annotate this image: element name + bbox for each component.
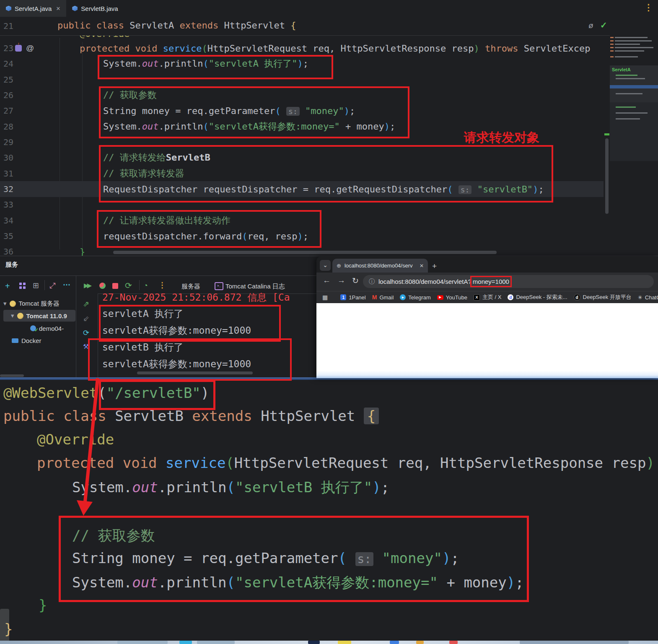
code-line[interactable]: public class ServletB extends HttpServle… [3, 408, 379, 424]
editor-row-current[interactable]: 32 RequestDispatcher requestDispatcher =… [0, 181, 604, 197]
chevron-down-icon[interactable]: ▾ [3, 300, 7, 307]
code-line[interactable]: String money = req.getParameter( s: "mon… [72, 550, 459, 566]
tree-item-docker[interactable]: Docker [12, 335, 41, 346]
editor-row[interactable]: 30 // 请求转发给ServletB [0, 150, 604, 166]
bookmark-gmail[interactable]: MGmail [372, 294, 394, 301]
code-line[interactable]: // 请求转发给ServletB [57, 151, 210, 164]
code-line[interactable]: // 获取参数 [72, 526, 155, 545]
code-line[interactable]: System.out.println("servletA 执行了"); [57, 57, 308, 70]
editor-vertical-scrollbar[interactable] [605, 138, 609, 214]
undeploy-icon[interactable]: ⇙ [83, 315, 89, 322]
apps-grid-icon[interactable]: ▦ [322, 294, 328, 301]
stop-server-button[interactable] [112, 283, 118, 289]
editor-row[interactable]: 27 String money = req.getParameter( s: "… [0, 103, 604, 119]
editor-row[interactable]: 35 requestDispatcher.forward(req, resp); [0, 228, 604, 244]
view-mode-grid-icon[interactable] [19, 283, 22, 285]
editor-row[interactable]: 26 // 获取参数 [0, 87, 604, 103]
code-line[interactable]: protected void service(HttpServletReques… [37, 454, 655, 471]
code-line[interactable]: @WebServlet("/servletB") [3, 384, 209, 401]
editor-tab-bar: ServletA.java ✕ ServletB.java [0, 0, 658, 17]
terminal-icon: >_ [215, 282, 223, 290]
code-line[interactable]: String money = req.getParameter( s: "mon… [57, 106, 355, 116]
minimap[interactable]: ServletA [610, 34, 658, 250]
gmail-icon: M [372, 294, 377, 301]
info-icon[interactable]: ⓘ [369, 278, 375, 286]
taskbar-blob [197, 641, 235, 644]
code-line[interactable]: // 获取参数 [57, 89, 157, 101]
window-more-menu-icon[interactable]: ⋮ [644, 3, 653, 13]
code-line[interactable]: } [39, 597, 47, 613]
code-line[interactable]: } [57, 247, 85, 256]
profiler-gauge-icon[interactable]: ◔ [143, 282, 148, 289]
editor-row[interactable]: 31 // 获取请求转发器 [0, 166, 604, 182]
code-line[interactable]: RequestDispatcher requestDispatcher = re… [57, 184, 544, 195]
deploy-icon[interactable]: ⇗ [83, 300, 89, 308]
bookmark-x-home[interactable]: X主页 / X [474, 293, 502, 301]
code-editor-servleta[interactable]: 21 public class ServletA extends HttpSer… [0, 17, 658, 256]
editor-horizontal-scrollbar[interactable] [113, 251, 497, 254]
editor-row[interactable]: 33 [0, 197, 604, 213]
tree-horizontal-scrollbar[interactable] [0, 374, 24, 377]
add-tab-icon[interactable]: ⊞ [33, 282, 39, 289]
browser-tab[interactable]: ⊕ localhost:8080/demo04/serv ✕ [332, 259, 428, 273]
inspections-ok-check-icon[interactable]: ✓ [600, 20, 607, 30]
close-icon[interactable]: ✕ [420, 263, 424, 269]
editor-row[interactable]: 25 [0, 72, 604, 88]
code-line[interactable]: @Override [37, 431, 114, 448]
bookmark-telegram[interactable]: ▸Telegram [400, 294, 430, 301]
editor-row[interactable]: 24 System.out.println("servletA 执行了"); [0, 56, 604, 72]
editor-row[interactable]: 34 // 让请求转发器做出转发动作 [0, 213, 604, 229]
rerun-server-button[interactable]: ▶▶ [84, 282, 90, 288]
bookmark-youtube[interactable]: ▶YouTube [437, 294, 467, 301]
hot-swap-refresh-icon[interactable]: ⟳ [83, 329, 89, 337]
code-line[interactable]: requestDispatcher.forward(req, resp); [57, 231, 308, 242]
forward-icon[interactable]: → [337, 276, 345, 285]
tree-item-label: demo04- [39, 325, 64, 332]
code-line[interactable]: protected void service(HttpServletReques… [57, 43, 591, 54]
console-tab-catalina-log[interactable]: Tomcat Catalina 日志 [225, 283, 285, 291]
code-line[interactable]: System.out.println("servletB 执行了"); [72, 478, 389, 497]
browser-window: ⌄ ⊕ localhost:8080/demo04/serv ✕ + ← → ↻… [316, 257, 658, 378]
globe-icon: ⊕ [337, 262, 341, 269]
code-line[interactable]: } [4, 621, 13, 637]
minimap-class-label: ServletA [612, 67, 631, 72]
add-service-button[interactable]: + [5, 282, 10, 290]
sticky-line-21[interactable]: 21 public class ServletA extends HttpSer… [0, 17, 658, 36]
line-number: 28 [3, 122, 23, 132]
code-line[interactable]: System.out.println("servletA获得参数:money="… [72, 573, 524, 592]
more-options-icon[interactable]: ⋯ [63, 281, 70, 288]
close-icon[interactable]: ✕ [56, 5, 60, 12]
tab-search-chevron-icon[interactable]: ⌄ [320, 260, 331, 271]
console-more-icon[interactable]: ⋮ [158, 281, 166, 289]
override-arrow-icon: ↑ [17, 41, 20, 47]
line-number: 29 [3, 137, 23, 147]
new-tab-button[interactable]: + [432, 262, 437, 271]
refresh-deployment-button[interactable]: ⟳ [125, 281, 132, 290]
reload-icon[interactable]: ↻ [352, 276, 359, 286]
bookmarks-bar: ▦ 11Panel MGmail ▸Telegram ▶YouTube X主页 … [316, 291, 658, 303]
chevron-down-icon[interactable]: ▾ [11, 312, 14, 319]
bookmark-deepseek[interactable]: dDeepSeek - 探索未... [508, 293, 567, 301]
code-line[interactable]: // 获取请求转发器 [57, 167, 184, 180]
expand-all-icon[interactable]: ⤢ [49, 282, 55, 289]
bookmark-chatgpt[interactable]: ✳ChatGP [638, 294, 658, 301]
editor-row[interactable]: 23 ↑ @ protected void service(HttpServle… [0, 40, 604, 56]
address-bar[interactable]: ⓘ localhost:8080/demo04/servletA?money=1… [363, 275, 654, 288]
bookmark-deepseek-platform[interactable]: dDeepSeek 开放平台 [574, 293, 632, 301]
code-line[interactable]: System.out.println("servletA获得参数:money="… [57, 120, 395, 133]
code-line[interactable]: // 让请求转发器做出转发动作 [57, 214, 231, 227]
back-icon[interactable]: ← [323, 276, 331, 285]
tree-item-tomcat-11[interactable]: ▾ Tomcat 11.0.9 [11, 310, 67, 322]
tree-item-tomcat-server[interactable]: ▾ Tomcat 服务器 [3, 298, 60, 309]
eye-off-icon[interactable]: ø [588, 21, 593, 30]
console-tab-server[interactable]: 服务器 [181, 283, 200, 291]
bookmark-1panel[interactable]: 11Panel [340, 294, 365, 301]
code-line[interactable]: public class ServletA extends HttpServle… [57, 20, 296, 31]
console-horizontal-scrollbar[interactable] [137, 371, 253, 374]
docker-icon [12, 338, 18, 343]
tree-item-demo04[interactable]: ✓ demo04- [30, 322, 64, 334]
tab-servletb-java[interactable]: ServletB.java [66, 0, 124, 17]
build-hammer-icon[interactable]: ⚒ [83, 343, 89, 350]
debug-server-button[interactable] [99, 283, 106, 289]
tab-servleta-java[interactable]: ServletA.java ✕ [0, 0, 66, 17]
